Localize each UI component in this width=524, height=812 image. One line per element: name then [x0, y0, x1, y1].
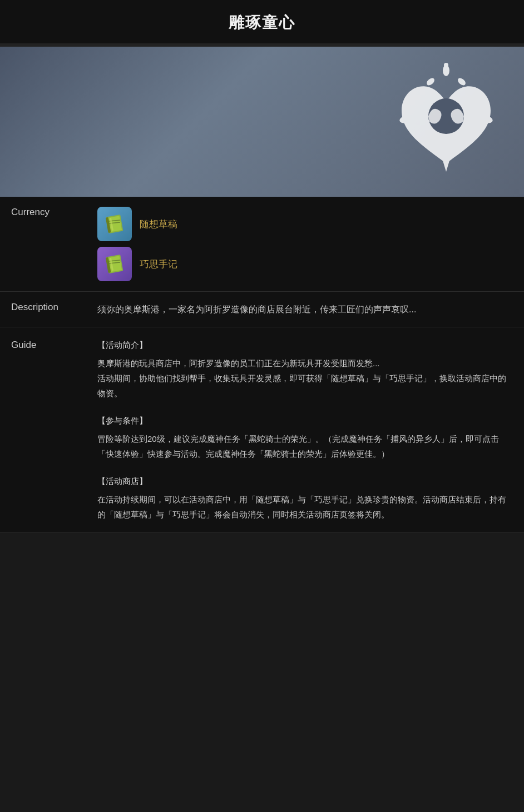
- suixiang-book-icon: [102, 211, 127, 237]
- guide-content: 【活动简介】 奥摩斯港的玩具商店中，阿折罗造像的员工们正在为新玩具开发受阻而发愁…: [86, 327, 524, 532]
- guide-label: Guide: [0, 327, 86, 532]
- currency-label: Currency: [0, 197, 86, 292]
- currency-icon-suixiang: [97, 207, 132, 241]
- guide-section-intro: 【活动简介】 奥摩斯港的玩具商店中，阿折罗造像的员工们正在为新玩具开发受阻而发愁…: [97, 337, 513, 401]
- currency-name-2: 巧思手记: [140, 258, 177, 271]
- currency-list: 随想草稿 巧思手记: [97, 207, 513, 281]
- event-banner: [0, 47, 524, 197]
- guide-header-conditions: 【参与条件】: [97, 413, 513, 428]
- guide-text-shop: 在活动持续期间，可以在活动商店中，用「随想草稿」与「巧思手记」兑换珍贵的物资。活…: [97, 492, 513, 522]
- guide-section-shop: 【活动商店】 在活动持续期间，可以在活动商店中，用「随想草稿」与「巧思手记」兑换…: [97, 474, 513, 522]
- guide-text-intro: 奥摩斯港的玩具商店中，阿折罗造像的员工们正在为新玩具开发受阻而发愁... 活动期…: [97, 356, 513, 401]
- description-content: 须弥的奥摩斯港，一家名为阿折罗造像的商店展台附近，传来工匠们的声声哀叹...: [86, 292, 524, 327]
- description-row: Description 须弥的奥摩斯港，一家名为阿折罗造像的商店展台附近，传来工…: [0, 292, 524, 327]
- svg-point-4: [457, 77, 467, 87]
- guide-section-conditions: 【参与条件】 冒险等阶达到20级，建议完成魔神任务「黑蛇骑士的荣光」。（完成魔神…: [97, 413, 513, 461]
- guide-text-conditions: 冒险等阶达到20级，建议完成魔神任务「黑蛇骑士的荣光」。（完成魔神任务「捕风的异…: [97, 431, 513, 461]
- svg-point-2: [444, 63, 448, 67]
- info-table: Currency: [0, 197, 524, 532]
- page-title: 雕琢童心: [0, 0, 524, 43]
- qiaosi-book-icon: [102, 251, 127, 277]
- guide-row: Guide 【活动简介】 奥摩斯港的玩具商店中，阿折罗造像的员工们正在为新玩具开…: [0, 327, 524, 532]
- currency-item-2: 巧思手记: [97, 247, 513, 281]
- currency-item-1: 随想草稿: [97, 207, 513, 241]
- currency-row: Currency: [0, 197, 524, 292]
- currency-name-1: 随想草稿: [140, 218, 177, 231]
- currency-icon-qiaosi: [97, 247, 132, 281]
- guide-header-intro: 【活动简介】: [97, 337, 513, 352]
- description-label: Description: [0, 292, 86, 327]
- guide-header-shop: 【活动商店】: [97, 474, 513, 489]
- currency-content: 随想草稿 巧思手记: [86, 197, 524, 292]
- svg-point-3: [426, 77, 436, 87]
- emblem-icon: [390, 61, 502, 183]
